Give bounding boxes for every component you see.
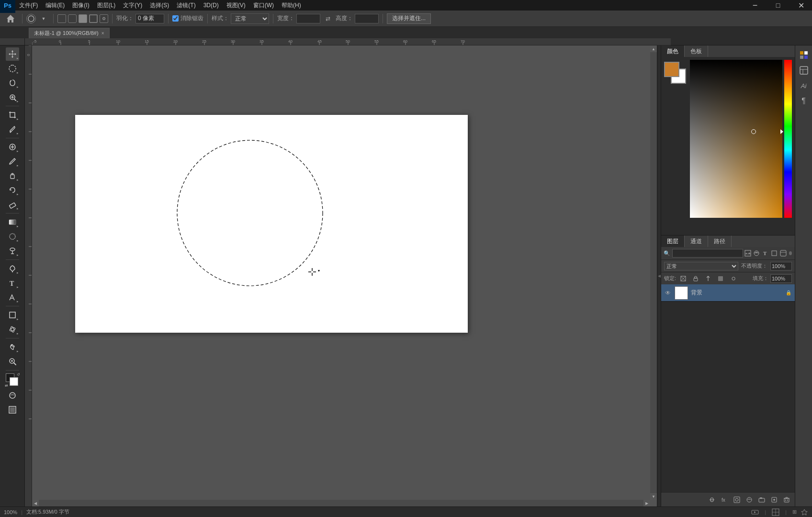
ellipse-tool-btn[interactable] — [26, 14, 36, 23]
lock-position-btn[interactable] — [703, 274, 713, 283]
scroll-thumb[interactable] — [650, 52, 657, 493]
delete-layer-btn[interactable] — [781, 495, 792, 505]
eraser-btn[interactable]: ▸ — [6, 198, 19, 211]
heal-brush-btn[interactable]: ▸ — [6, 140, 19, 154]
right-color-icon-btn[interactable] — [797, 48, 811, 62]
hue-slider[interactable] — [784, 60, 792, 218]
stroke-shape-btn[interactable] — [89, 14, 98, 23]
active-tab[interactable]: 未标题-1 @ 100%(RGB/8#) × — [29, 28, 110, 38]
width-input[interactable] — [296, 14, 320, 23]
quick-mask-btn[interactable] — [6, 389, 19, 402]
window-minimize-btn[interactable]: − — [744, 0, 766, 12]
menu-image[interactable]: 图像(I) — [68, 0, 93, 11]
lasso-tool-btn[interactable]: ▸ — [6, 76, 19, 90]
menu-edit[interactable]: 编辑(E) — [42, 0, 68, 11]
new-layer-btn[interactable] — [769, 495, 779, 505]
zoom-controls[interactable] — [801, 508, 808, 516]
move-tool-btn[interactable]: ▸ — [6, 47, 19, 61]
right-settings-icon-btn[interactable] — [797, 64, 811, 77]
screen-mode-btn[interactable] — [6, 403, 19, 416]
layer-link-btn[interactable] — [728, 274, 738, 283]
color-gradient-main[interactable] — [690, 60, 782, 218]
blur-btn[interactable]: ▸ — [6, 230, 19, 243]
color-tab[interactable]: 颜色 — [661, 45, 685, 57]
fill-shape-btn[interactable] — [79, 14, 87, 23]
opacity-input[interactable] — [770, 262, 792, 270]
swatches-tab[interactable]: 色板 — [685, 45, 708, 57]
menu-view[interactable]: 视图(V) — [223, 0, 249, 11]
layers-tab[interactable]: 图层 — [661, 236, 685, 247]
scroll-right-btn[interactable]: ▶ — [643, 500, 650, 506]
window-close-btn[interactable]: ✕ — [790, 0, 812, 12]
background-layer-item[interactable]: 👁 背景 🔒 — [661, 284, 795, 302]
clone-stamp-btn[interactable]: ▸ — [6, 169, 19, 182]
layer-visibility-eye[interactable]: 👁 — [664, 289, 672, 297]
text-tool-btn[interactable]: T ▸ — [6, 276, 19, 290]
history-brush-btn[interactable]: ▸ — [6, 183, 19, 197]
layer-filter-adj-btn[interactable] — [753, 248, 761, 258]
menu-file[interactable]: 文件(F) — [15, 0, 42, 11]
window-maximize-btn[interactable]: □ — [767, 0, 789, 12]
layer-group-btn[interactable] — [756, 495, 767, 505]
layer-filter-dot[interactable] — [789, 251, 792, 255]
layer-fx-btn[interactable]: fx — [719, 495, 730, 505]
feather-input[interactable] — [135, 14, 164, 23]
lock-transparent-btn[interactable] — [678, 274, 688, 283]
fill-input[interactable] — [770, 274, 792, 283]
layer-mask-btn[interactable] — [732, 495, 742, 505]
tab-close-btn[interactable]: × — [102, 31, 104, 36]
hand-tool-btn[interactable]: ▸ — [6, 340, 19, 354]
scroll-h-thumb[interactable] — [39, 500, 643, 506]
anti-alias-checkbox[interactable] — [172, 15, 179, 22]
gradient-btn[interactable]: ▸ — [6, 215, 19, 229]
timeline-btn[interactable] — [751, 508, 759, 516]
marquee-tool-btn[interactable]: ▸ — [6, 62, 19, 75]
photoshop-canvas[interactable]: @keyframes march { to { stroke-dashoffse… — [75, 115, 468, 333]
menu-layer[interactable]: 图层(L) — [93, 0, 120, 11]
brush-tool-btn[interactable]: ▸ — [6, 155, 19, 168]
menu-select[interactable]: 选择(S) — [146, 0, 173, 11]
right-paragraph-icon-btn[interactable]: ¶ — [797, 94, 811, 108]
menu-window[interactable]: 窗口(W) — [249, 0, 278, 11]
screen-toggle-btn[interactable]: ⊞ — [792, 509, 797, 515]
color-gradient-picker[interactable] — [690, 60, 792, 232]
crop-tool-btn[interactable]: ▸ — [6, 108, 19, 122]
layer-filter-shape-btn[interactable] — [770, 248, 778, 258]
menu-text[interactable]: 文字(Y) — [119, 0, 146, 11]
shape-tool-btn[interactable]: ▸ — [6, 308, 19, 322]
quick-select-btn[interactable]: ▸ — [6, 90, 19, 104]
lock-all-btn[interactable] — [715, 274, 726, 283]
tool-arrow-btn[interactable]: ▼ — [38, 13, 49, 24]
menu-filter[interactable]: 滤镜(T) — [173, 0, 199, 11]
right-ai-icon-btn[interactable]: Ai — [797, 79, 811, 92]
zoom-tool-btn[interactable] — [6, 355, 19, 368]
extra-shape-btn[interactable]: ⚙ — [100, 14, 108, 23]
pen-tool-btn[interactable]: ▸ — [6, 262, 19, 275]
menu-help[interactable]: 帮助(H) — [278, 0, 305, 11]
roundrect-shape-btn[interactable] — [68, 14, 77, 23]
menu-3d[interactable]: 3D(D) — [200, 1, 223, 10]
layer-link-bottom-btn[interactable] — [707, 495, 717, 505]
blend-mode-select[interactable]: 正常 — [664, 262, 738, 270]
rect-shape-btn[interactable] — [57, 14, 66, 23]
layer-filter-text-btn[interactable]: T — [762, 248, 770, 258]
scrollbar-bottom[interactable]: ◀ ▶ — [32, 500, 650, 506]
scrollbar-right[interactable]: ▲ ▼ — [650, 45, 657, 500]
home-btn[interactable] — [3, 11, 18, 26]
foreground-color-btn[interactable]: ⇄ ↺ — [5, 372, 20, 388]
scroll-up-btn[interactable]: ▲ — [650, 45, 657, 52]
select-subject-btn[interactable]: 选择并遮住... — [387, 13, 431, 24]
scroll-left-btn[interactable]: ◀ — [32, 500, 39, 506]
layout-btn[interactable] — [772, 508, 779, 516]
dodge-btn[interactable]: ▸ — [6, 244, 19, 258]
foreground-swatch[interactable] — [664, 62, 679, 77]
layer-filter-smart-btn[interactable] — [779, 248, 788, 258]
height-input[interactable] — [355, 14, 379, 23]
path-select-btn[interactable]: ▸ — [6, 291, 19, 304]
lock-image-btn[interactable] — [690, 274, 701, 283]
rotate-3d-btn[interactable]: ▸ — [6, 323, 19, 336]
channels-tab[interactable]: 通道 — [685, 236, 708, 247]
layer-search-input[interactable] — [672, 249, 743, 258]
style-select[interactable]: 正常 固定比例 固定大小 — [231, 13, 269, 24]
scroll-down-btn[interactable]: ▼ — [650, 493, 657, 500]
